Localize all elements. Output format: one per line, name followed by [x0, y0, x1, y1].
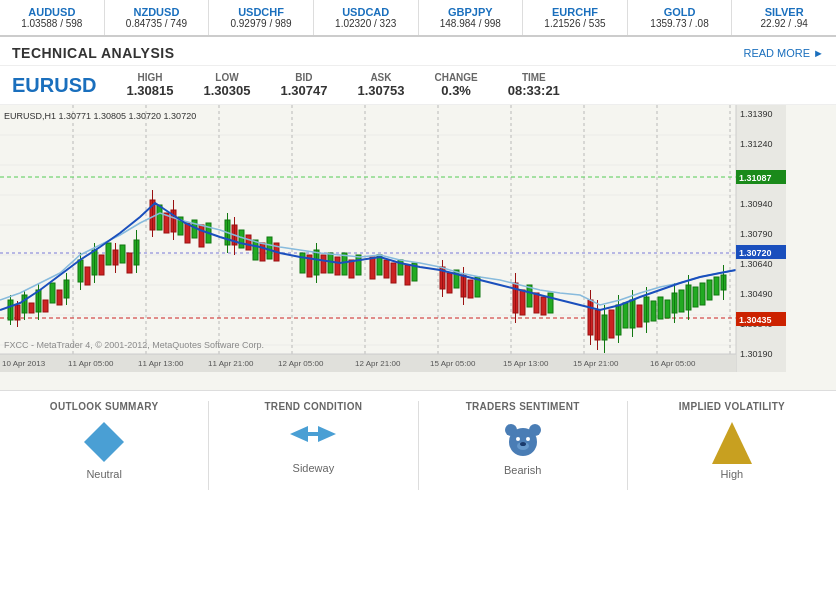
svg-rect-68 [267, 237, 272, 259]
svg-rect-83 [391, 263, 396, 283]
svg-rect-66 [253, 240, 258, 260]
svg-text:16 Apr 05:00: 16 Apr 05:00 [650, 359, 696, 368]
bid-label: BID [280, 72, 327, 83]
svg-text:1.30490: 1.30490 [740, 289, 773, 299]
svg-rect-58 [199, 225, 204, 247]
svg-rect-97 [520, 290, 525, 315]
outlook-name: Neutral [10, 468, 198, 480]
ask-value: 1.30753 [357, 83, 404, 98]
svg-text:1.30940: 1.30940 [740, 199, 773, 209]
svg-point-165 [529, 424, 541, 436]
svg-rect-128 [714, 277, 719, 295]
indicator-sentiment: TRADERS SENTIMENT Bearish [419, 401, 628, 490]
svg-text:11 Apr 13:00: 11 Apr 13:00 [138, 359, 184, 368]
ticker-symbol: USDCAD [318, 6, 414, 18]
stat-bid: BID 1.30747 [280, 72, 327, 98]
svg-rect-79 [356, 255, 361, 275]
high-label: HIGH [126, 72, 173, 83]
ticker-bar: AUDUSD 1.03588 / 598 NZDUSD 0.84735 / 74… [0, 0, 836, 37]
read-more-link[interactable]: READ MORE ► [743, 47, 824, 59]
svg-rect-85 [405, 265, 410, 285]
svg-rect-127 [707, 280, 712, 300]
svg-text:12 Apr 05:00: 12 Apr 05:00 [278, 359, 324, 368]
sentiment-name: Bearish [429, 464, 617, 476]
ticker-item-eurchf[interactable]: EURCHF 1.21526 / 535 [523, 0, 628, 35]
low-label: LOW [203, 72, 250, 83]
svg-point-167 [526, 437, 530, 441]
svg-point-166 [516, 437, 520, 441]
svg-rect-32 [50, 283, 55, 303]
ticker-symbol: AUDUSD [4, 6, 100, 18]
svg-rect-46 [127, 253, 132, 273]
svg-text:12 Apr 21:00: 12 Apr 21:00 [355, 359, 401, 368]
indicator-outlook: OUTLOOK SUMMARY Neutral [0, 401, 209, 490]
svg-text:15 Apr 21:00: 15 Apr 21:00 [573, 359, 619, 368]
svg-rect-74 [321, 255, 326, 273]
svg-rect-78 [349, 260, 354, 278]
stat-ask: ASK 1.30753 [357, 72, 404, 98]
time-label: TIME [508, 72, 560, 83]
low-value: 1.30305 [203, 83, 250, 98]
stat-time: TIME 08:33:21 [508, 72, 560, 98]
svg-rect-82 [384, 260, 389, 278]
svg-rect-31 [43, 300, 48, 312]
ticker-symbol: NZDUSD [109, 6, 205, 18]
svg-rect-93 [468, 280, 473, 298]
ticker-symbol: SILVER [736, 6, 832, 18]
ticker-item-usdcad[interactable]: USDCAD 1.02320 / 323 [314, 0, 419, 35]
diamond-icon [10, 420, 198, 464]
svg-text:1.30190: 1.30190 [740, 349, 773, 359]
ticker-item-usdchf[interactable]: USDCHF 0.92979 / 989 [209, 0, 314, 35]
svg-marker-162 [84, 422, 124, 462]
svg-rect-99 [534, 293, 539, 313]
outlook-label: OUTLOOK SUMMARY [10, 401, 198, 412]
svg-rect-100 [541, 297, 546, 315]
svg-point-169 [520, 442, 526, 446]
svg-text:1.31087: 1.31087 [739, 173, 772, 183]
ticker-price: 1.02320 / 323 [318, 18, 414, 29]
svg-text:1.31240: 1.31240 [740, 139, 773, 149]
svg-rect-33 [57, 290, 62, 305]
svg-rect-108 [609, 310, 614, 338]
svg-text:1.31390: 1.31390 [740, 109, 773, 119]
section-header: TECHNICAL ANALYSIS READ MORE ► [0, 37, 836, 66]
svg-rect-75 [328, 253, 333, 273]
svg-rect-64 [239, 230, 244, 248]
svg-point-164 [505, 424, 517, 436]
svg-rect-111 [623, 303, 628, 328]
ticker-price: 1359.73 / .08 [632, 18, 728, 29]
svg-text:EURUSD,H1  1.30771  1.30805  1: EURUSD,H1 1.30771 1.30805 1.30720 1.3072… [4, 111, 196, 121]
svg-text:15 Apr 05:00: 15 Apr 05:00 [430, 359, 476, 368]
ticker-price: 148.984 / 998 [423, 18, 519, 29]
bear-icon [429, 420, 617, 460]
svg-rect-41 [99, 255, 104, 275]
ticker-item-gbpjpy[interactable]: GBPJPY 148.984 / 998 [419, 0, 524, 35]
ticker-price: 1.03588 / 598 [4, 18, 100, 29]
ticker-item-silver[interactable]: SILVER 22.92 / .94 [732, 0, 836, 35]
svg-rect-101 [548, 293, 553, 313]
volatility-name: High [638, 468, 826, 480]
change-label: CHANGE [434, 72, 477, 83]
volatility-label: IMPLIED VOLATILITY [638, 401, 826, 412]
arrow-up-icon [638, 420, 826, 464]
svg-text:10 Apr 2013: 10 Apr 2013 [2, 359, 46, 368]
bid-value: 1.30747 [280, 83, 327, 98]
ticker-item-audusd[interactable]: AUDUSD 1.03588 / 598 [0, 0, 105, 35]
svg-rect-126 [700, 283, 705, 305]
ticker-item-nzdusd[interactable]: NZDUSD 0.84735 / 749 [105, 0, 210, 35]
ticker-symbol: USDCHF [213, 6, 309, 18]
svg-text:1.30790: 1.30790 [740, 229, 773, 239]
ticker-symbol: EURCHF [527, 6, 623, 18]
chart-area: 1.31390 1.31240 1.31090 1.30940 1.30790 … [0, 105, 836, 390]
stat-low: LOW 1.30305 [203, 72, 250, 98]
svg-text:11 Apr 05:00: 11 Apr 05:00 [68, 359, 114, 368]
svg-text:1.30435: 1.30435 [739, 315, 772, 325]
svg-text:1.30640: 1.30640 [740, 259, 773, 269]
svg-rect-125 [693, 287, 698, 307]
ticker-item-gold[interactable]: GOLD 1359.73 / .08 [628, 0, 733, 35]
svg-rect-122 [679, 290, 684, 312]
sentiment-label: TRADERS SENTIMENT [429, 401, 617, 412]
indicator-volatility: IMPLIED VOLATILITY High [628, 401, 836, 490]
stat-group: HIGH 1.30815 LOW 1.30305 BID 1.30747 ASK… [126, 72, 824, 98]
stat-high: HIGH 1.30815 [126, 72, 173, 98]
